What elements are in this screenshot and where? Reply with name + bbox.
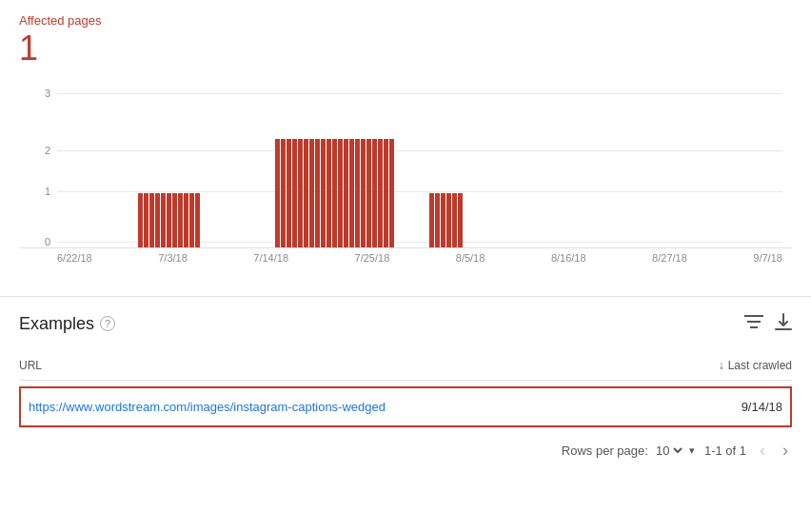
x-label-2: 7/14/18 xyxy=(253,252,288,264)
row-url[interactable]: https://www.wordstream.com/images/instag… xyxy=(29,400,386,414)
bar xyxy=(435,193,440,247)
sort-down-icon: ↓ xyxy=(719,359,724,372)
bar xyxy=(384,139,388,246)
bar xyxy=(155,193,160,247)
bar xyxy=(172,193,177,247)
bar xyxy=(149,193,154,247)
bars-area xyxy=(57,77,782,247)
bar xyxy=(429,193,434,247)
examples-title-group: Examples ? xyxy=(19,314,115,334)
bar xyxy=(349,139,354,246)
x-label-5: 8/16/18 xyxy=(551,252,586,264)
bar xyxy=(452,193,457,247)
bar xyxy=(138,193,143,247)
dropdown-icon: ▾ xyxy=(689,444,695,457)
bar xyxy=(178,193,183,247)
table-header: URL ↓ Last crawled xyxy=(19,351,792,381)
bar xyxy=(189,193,194,247)
next-page-button[interactable]: › xyxy=(779,439,792,463)
bar xyxy=(292,139,297,246)
x-label-4: 8/5/18 xyxy=(456,252,485,264)
bar xyxy=(281,139,286,246)
x-label-0: 6/22/18 xyxy=(57,252,92,264)
y-label-1: 1 xyxy=(45,186,50,197)
x-label-7: 9/7/18 xyxy=(753,252,782,264)
help-icon[interactable]: ? xyxy=(100,316,115,331)
y-label-2: 2 xyxy=(45,145,50,156)
prev-page-button[interactable]: ‹ xyxy=(756,439,769,463)
bar xyxy=(332,139,337,246)
bar xyxy=(458,193,463,247)
affected-label: Affected pages xyxy=(19,13,792,28)
bar xyxy=(321,139,326,246)
bar xyxy=(344,139,348,246)
bottom-section: Examples ? URL ↓ Last crawled https://ww… xyxy=(0,297,811,472)
chart-container: 3 2 1 0 6/22/18 7/3/18 7/14/18 7/25/18 8… xyxy=(19,77,792,286)
bar xyxy=(361,139,366,246)
bar xyxy=(372,139,377,246)
bar xyxy=(287,139,291,246)
top-section: Affected pages 1 3 2 1 0 6/22/18 xyxy=(0,0,811,296)
bar xyxy=(389,139,394,246)
header-icons xyxy=(744,312,792,336)
col-url-header: URL xyxy=(19,359,42,372)
bar xyxy=(304,139,308,246)
download-icon[interactable] xyxy=(775,312,792,336)
pagination-row: Rows per page: 10 25 50 ▾ 1-1 of 1 ‹ › xyxy=(19,439,792,463)
rows-per-page-select[interactable]: 10 25 50 xyxy=(652,443,685,459)
bar xyxy=(355,139,360,246)
bar xyxy=(338,139,343,246)
bar xyxy=(446,193,451,247)
page-info: 1-1 of 1 xyxy=(704,443,746,458)
bar xyxy=(184,193,188,247)
rows-per-page-group: Rows per page: 10 25 50 ▾ xyxy=(562,443,695,459)
bar xyxy=(309,139,314,246)
table-row[interactable]: https://www.wordstream.com/images/instag… xyxy=(19,386,792,427)
col-crawled-header[interactable]: ↓ Last crawled xyxy=(719,359,792,372)
bar xyxy=(161,193,166,247)
bar xyxy=(366,139,371,246)
bar xyxy=(195,193,200,247)
affected-count: 1 xyxy=(19,30,792,68)
y-label-0: 0 xyxy=(45,236,50,247)
bar xyxy=(315,139,320,246)
y-label-3: 3 xyxy=(45,88,50,99)
bar xyxy=(298,139,303,246)
x-label-1: 7/3/18 xyxy=(158,252,188,264)
x-axis: 6/22/18 7/3/18 7/14/18 7/25/18 8/5/18 8/… xyxy=(57,248,782,264)
bar xyxy=(144,193,148,247)
rows-per-page-label: Rows per page: xyxy=(562,443,648,458)
examples-title: Examples xyxy=(19,314,94,334)
bar xyxy=(275,139,280,246)
bar xyxy=(326,139,331,246)
bar xyxy=(441,193,445,247)
examples-header: Examples ? xyxy=(19,312,792,336)
row-date: 9/14/18 xyxy=(742,400,782,414)
y-axis: 3 2 1 0 xyxy=(19,77,55,247)
bar xyxy=(378,139,383,246)
filter-icon[interactable] xyxy=(744,314,763,334)
x-label-6: 8/27/18 xyxy=(652,252,687,264)
chart-area: 3 2 1 0 xyxy=(19,77,792,248)
bar xyxy=(167,193,171,247)
x-label-3: 7/25/18 xyxy=(355,252,390,264)
